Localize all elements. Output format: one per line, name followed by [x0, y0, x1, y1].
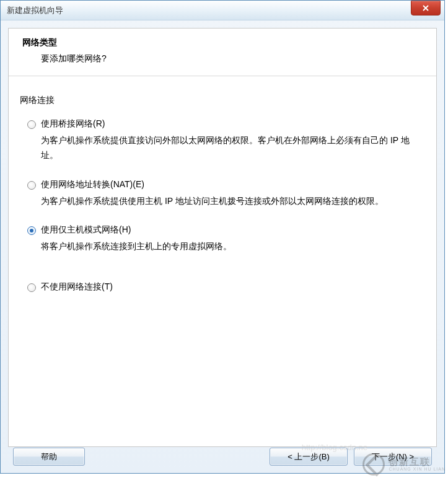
- option-hostonly[interactable]: 使用仅主机模式网络(H): [20, 224, 425, 236]
- button-bar: 帮助 < 上一步(B) 下一步(N) >: [8, 448, 437, 466]
- radio-hostonly-description: 将客户机操作系统连接到主机上的专用虚拟网络。: [20, 239, 416, 254]
- prev-button[interactable]: < 上一步(B): [270, 448, 348, 466]
- wizard-window: 新建虚拟机向导 网络类型 要添加哪类网络? 网络连接 使用桥接网络(R) 为客户…: [0, 0, 445, 474]
- page-subtitle: 要添加哪类网络?: [22, 53, 423, 64]
- radio-bridged-label[interactable]: 使用桥接网络(R): [41, 118, 105, 130]
- option-bridged[interactable]: 使用桥接网络(R): [20, 118, 425, 130]
- body-section: 网络连接 使用桥接网络(R) 为客户机操作系统提供直接访问外部以太网网络的权限。…: [9, 76, 436, 308]
- group-label: 网络连接: [20, 95, 425, 106]
- close-button[interactable]: [411, 1, 441, 15]
- window-title: 新建虚拟机向导: [7, 5, 63, 16]
- help-button[interactable]: 帮助: [13, 448, 85, 466]
- radio-none[interactable]: [27, 283, 36, 292]
- titlebar: 新建虚拟机向导: [1, 1, 444, 20]
- close-icon: [422, 4, 429, 12]
- header-section: 网络类型 要添加哪类网络?: [9, 29, 436, 76]
- page-title: 网络类型: [22, 37, 423, 48]
- radio-hostonly-label[interactable]: 使用仅主机模式网络(H): [41, 224, 131, 236]
- radio-hostonly[interactable]: [27, 226, 36, 235]
- radio-none-label[interactable]: 不使用网络连接(T): [41, 281, 113, 293]
- content-area: 网络类型 要添加哪类网络? 网络连接 使用桥接网络(R) 为客户机操作系统提供直…: [8, 28, 437, 447]
- option-nat[interactable]: 使用网络地址转换(NAT)(E): [20, 179, 425, 190]
- radio-nat-label[interactable]: 使用网络地址转换(NAT)(E): [41, 179, 144, 190]
- radio-bridged[interactable]: [27, 120, 36, 129]
- radio-bridged-description: 为客户机操作系统提供直接访问外部以太网网络的权限。客户机在外部网络上必须有自己的…: [20, 133, 416, 163]
- radio-nat-description: 为客户机操作系统提供使用主机 IP 地址访问主机拨号连接或外部以太网网络连接的权…: [20, 194, 416, 209]
- option-none[interactable]: 不使用网络连接(T): [20, 281, 425, 293]
- radio-nat[interactable]: [27, 181, 36, 190]
- next-button[interactable]: 下一步(N) >: [354, 448, 432, 466]
